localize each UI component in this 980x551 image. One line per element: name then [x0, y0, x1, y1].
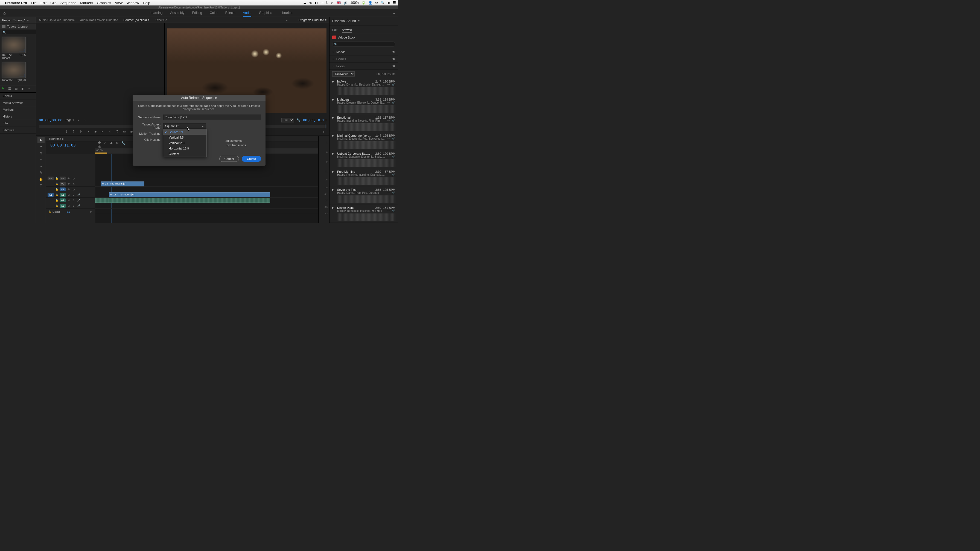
stock-track-item[interactable]: ▶Lightburst3:38119 BPM Happy, Dreamy, El…: [329, 96, 398, 114]
app-name[interactable]: Premiere Pro: [5, 1, 27, 5]
stock-track-item[interactable]: ▶Upbeat Corporate Background Music2:5012…: [329, 150, 398, 168]
snap-icon[interactable]: �磁: [97, 141, 101, 149]
step-fwd-icon[interactable]: ▸: [102, 130, 106, 134]
tabs-overflow-icon[interactable]: »: [286, 18, 288, 22]
waveform[interactable]: [337, 213, 395, 221]
freeform-view-icon[interactable]: ◧: [21, 87, 25, 91]
notif-icon[interactable]: ☰: [393, 1, 396, 5]
audio-clip[interactable]: [109, 198, 153, 203]
step-back-icon[interactable]: ◂: [88, 130, 92, 134]
refresh-icon[interactable]: ⟲: [392, 50, 395, 54]
cart-icon[interactable]: 🛒: [391, 119, 395, 122]
play-icon[interactable]: ▶: [332, 98, 336, 101]
waveform[interactable]: [337, 195, 395, 203]
adobe-stock-row[interactable]: Adobe Stock: [329, 33, 398, 41]
settings-icon[interactable]: ⚙: [115, 141, 119, 149]
play-icon[interactable]: ▶: [332, 188, 336, 191]
menu-help[interactable]: Help: [143, 1, 150, 5]
more-icon[interactable]: ⋯: [387, 137, 390, 140]
play-icon[interactable]: ▶: [332, 152, 336, 155]
workspace-graphics[interactable]: Graphics: [259, 9, 272, 17]
mark-out-icon[interactable]: }: [73, 130, 78, 134]
refresh-icon[interactable]: ⟲: [392, 57, 395, 61]
cart-icon[interactable]: 🛒: [391, 191, 395, 194]
video-clip[interactable]: ▭ 18 - The Tudors [V]: [109, 192, 270, 197]
workspace-color[interactable]: Color: [210, 9, 218, 17]
bin-item[interactable]: ▭▭ Tudoriffic3;10;23: [2, 62, 34, 82]
insert-icon[interactable]: ↧: [116, 130, 120, 134]
spotlight-icon[interactable]: 🔍: [380, 1, 385, 5]
marker-icon[interactable]: ◆: [110, 141, 113, 149]
es-tab-edit[interactable]: Edit: [332, 27, 337, 33]
selection-tool-icon[interactable]: ▶: [37, 137, 45, 143]
panel-info[interactable]: Info: [0, 120, 36, 127]
menu-window[interactable]: Window: [126, 1, 139, 5]
panel-effects[interactable]: Effects: [0, 93, 36, 100]
more-icon[interactable]: ⋯: [387, 83, 390, 86]
accordion-moods[interactable]: ›Moods⟲: [329, 48, 398, 56]
clock-icon[interactable]: ◷: [320, 1, 323, 5]
add-button-icon[interactable]: ＋: [322, 130, 326, 134]
audio-clip[interactable]: [95, 198, 109, 203]
slip-tool-icon[interactable]: ↔: [37, 163, 45, 169]
play-icon[interactable]: ▶: [332, 80, 336, 83]
track-select-tool-icon[interactable]: ⇥: [37, 143, 45, 149]
cart-icon[interactable]: 🛒: [391, 137, 395, 140]
menu-markers[interactable]: Markers: [80, 1, 93, 5]
cart-icon[interactable]: 🛒: [391, 155, 395, 158]
battery-icon[interactable]: 🔋: [361, 1, 366, 5]
workspace-audio[interactable]: Audio: [243, 9, 251, 17]
cart-icon[interactable]: 🛒: [391, 83, 395, 86]
aspect-option-169[interactable]: Horizontal 16:9: [163, 146, 207, 151]
aspect-option-square[interactable]: Square 1:1: [163, 129, 207, 135]
sort-icon[interactable]: ○: [28, 87, 32, 91]
razor-tool-icon[interactable]: ✂: [37, 157, 45, 163]
play-icon[interactable]: ▶: [332, 134, 336, 137]
accordion-filters[interactable]: ›Filters⟲: [329, 63, 398, 70]
play-icon[interactable]: ▶: [332, 206, 336, 209]
workspace-overflow-icon[interactable]: »: [393, 11, 395, 15]
menu-clip[interactable]: Clip: [50, 1, 56, 5]
stock-track-item[interactable]: ▶In Awe2:47120 BPM Happy, Dynamic, Elect…: [329, 78, 398, 96]
tab-program[interactable]: Program: Tudoriffic ≡: [299, 18, 326, 22]
workspace-assembly[interactable]: Assembly: [170, 9, 184, 17]
write-icon[interactable]: ✎: [2, 87, 5, 91]
program-resolution-select[interactable]: Full: [282, 118, 294, 122]
sequence-name-input[interactable]: [163, 114, 261, 120]
waveform[interactable]: [337, 105, 395, 113]
waveform[interactable]: [337, 123, 395, 131]
type-tool-icon[interactable]: T: [37, 183, 45, 189]
flag-icon[interactable]: 🇬🇧: [337, 1, 341, 5]
wifi-icon[interactable]: ᯤ: [331, 1, 334, 5]
workspace-libraries[interactable]: Libraries: [280, 9, 292, 17]
workspace-learning[interactable]: Learning: [150, 9, 163, 17]
dnd-icon[interactable]: ⊖: [375, 1, 378, 5]
list-view-icon[interactable]: ☰: [8, 87, 12, 91]
page-next-icon[interactable]: ›: [83, 118, 87, 122]
source-page[interactable]: Page 1: [65, 118, 74, 122]
panel-media-browser[interactable]: Media Browser: [0, 100, 36, 106]
sort-select[interactable]: Relevance: [332, 71, 355, 76]
aspect-option-45[interactable]: Vertical 4:5: [163, 135, 207, 140]
waveform[interactable]: [337, 159, 395, 167]
menu-edit[interactable]: Edit: [40, 1, 46, 5]
more-icon[interactable]: ⋯: [387, 101, 390, 104]
more-icon[interactable]: ⋯: [387, 155, 390, 158]
aspect-option-916[interactable]: Vertical 9:16: [163, 140, 207, 146]
volume-icon[interactable]: 🔊: [344, 1, 348, 5]
waveform[interactable]: [337, 141, 395, 149]
panel-libraries[interactable]: Libraries: [0, 127, 36, 133]
user-icon[interactable]: 👤: [368, 1, 372, 5]
wrench-icon[interactable]: 🔧: [296, 118, 301, 122]
aspect-ratio-select[interactable]: Square 1:1⌄ Square 1:1 Vertical 4:5 Vert…: [163, 123, 206, 129]
accordion-genres[interactable]: ›Genres⟲: [329, 56, 398, 63]
play-icon[interactable]: ▶: [332, 116, 336, 119]
program-timecode[interactable]: 00;03;10;23: [303, 118, 326, 122]
source-timecode[interactable]: 00;00;00;00: [39, 118, 62, 122]
home-icon[interactable]: ⌂: [3, 11, 5, 15]
linked-selection-icon[interactable]: ∩: [103, 141, 107, 149]
ripple-tool-icon[interactable]: ⇆: [37, 150, 45, 156]
menu-view[interactable]: View: [115, 1, 123, 5]
tab-audio-track-mixer[interactable]: Audio Track Mixer: Tudoriffic: [80, 18, 118, 22]
play-icon[interactable]: ▶: [332, 170, 336, 173]
